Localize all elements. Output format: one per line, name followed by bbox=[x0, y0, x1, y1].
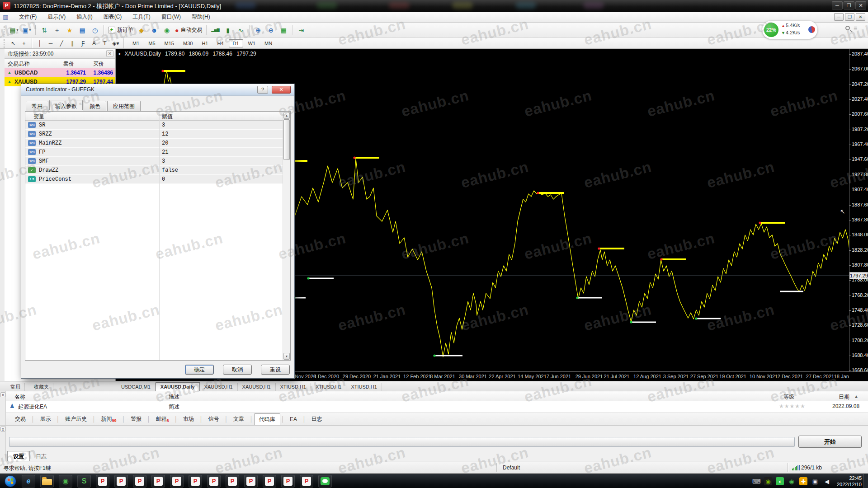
col-ask[interactable]: 买价 bbox=[93, 60, 104, 68]
market-watch-close-icon[interactable]: ✕ bbox=[106, 50, 113, 57]
cancel-button[interactable]: 取消 bbox=[223, 365, 252, 375]
tester-close-icon[interactable]: x bbox=[0, 427, 5, 432]
search-icon[interactable] bbox=[845, 26, 850, 30]
timeframe-m5[interactable]: M5 bbox=[144, 39, 159, 47]
timeframe-h1[interactable]: H1 bbox=[198, 39, 212, 47]
param-value[interactable]: 3 bbox=[162, 122, 165, 128]
list-icon[interactable]: ≡ bbox=[854, 24, 857, 32]
start-button[interactable]: 开始 bbox=[798, 436, 862, 448]
panel-tab-1[interactable]: 收藏夹 bbox=[30, 383, 53, 391]
bar-chart-button[interactable]: ▂▅▇ bbox=[209, 24, 221, 36]
dialog-title[interactable]: Custom Indicator - GUEFGK bbox=[21, 84, 294, 96]
timeframe-h4[interactable]: H4 bbox=[213, 39, 227, 47]
zoom-in-button[interactable]: ⊕ bbox=[252, 24, 264, 36]
menu-item-6[interactable]: 帮助(H) bbox=[186, 12, 216, 22]
chevron-down-icon[interactable]: ▾ bbox=[117, 40, 119, 47]
close-button[interactable]: ✕ bbox=[855, 1, 866, 9]
menu-item-0[interactable]: 文件(F) bbox=[14, 12, 42, 22]
safe-360-tray-icon[interactable]: ✚ bbox=[799, 477, 807, 485]
scroll-thumb[interactable] bbox=[283, 119, 290, 160]
chart-tab-0[interactable]: USDCAD,M1 bbox=[117, 383, 156, 392]
timeframe-m30[interactable]: M30 bbox=[179, 39, 197, 47]
mt-terminal-icon[interactable]: P bbox=[189, 475, 202, 488]
browser-360-tray-icon[interactable]: ◉ bbox=[788, 477, 796, 485]
mt-terminal-icon[interactable]: P bbox=[151, 475, 165, 488]
chart-shift-button[interactable]: ⇥ bbox=[295, 24, 307, 36]
dialog-tab-2[interactable]: 颜色 bbox=[84, 101, 106, 111]
chart-tab-3[interactable]: XAUUSD,H1 bbox=[238, 383, 276, 392]
toolbox-tab-代码库[interactable]: 代码库 bbox=[254, 413, 280, 426]
keyboard-tray-icon[interactable]: ⌨ bbox=[752, 477, 760, 485]
parameter-row-MainRZZ[interactable]: 123MainRZZ20 bbox=[25, 139, 290, 148]
vertical-line-tool[interactable]: │ bbox=[35, 39, 45, 48]
toolbox-tab-交易[interactable]: 交易 bbox=[10, 413, 30, 425]
param-value[interactable]: false bbox=[162, 167, 178, 174]
toolbox-tab-文章[interactable]: 文章 bbox=[229, 413, 249, 425]
coil-app-icon[interactable]: S bbox=[77, 475, 91, 488]
crosshair-tool[interactable]: + bbox=[19, 39, 29, 48]
price-axis[interactable]: 2087.402067.002047.202027.402007.601987.… bbox=[849, 49, 868, 371]
data-window-toggle[interactable]: ▤ bbox=[76, 24, 88, 36]
dialog-tab-1[interactable]: 输入参数 bbox=[49, 100, 83, 110]
status-profile[interactable]: Default bbox=[503, 465, 520, 471]
parameter-row-FP[interactable]: 123FP21 bbox=[25, 148, 290, 157]
mt-terminal-icon[interactable]: P bbox=[226, 475, 239, 488]
mt-terminal-icon[interactable]: P bbox=[281, 475, 295, 488]
timeframe-d1[interactable]: D1 bbox=[229, 39, 243, 47]
toolbox-tab-账户历史[interactable]: 账户历史 bbox=[61, 413, 91, 425]
menu-item-1[interactable]: 显示(V) bbox=[42, 12, 71, 22]
mt-terminal-icon[interactable]: P bbox=[244, 475, 258, 488]
child-close-button[interactable]: ✕ bbox=[856, 13, 865, 21]
expert-advisors-button[interactable]: ☻ bbox=[148, 24, 160, 36]
autotrading-button[interactable]: ●自动交易 bbox=[174, 24, 203, 36]
browser-360-icon[interactable]: ◉ bbox=[59, 475, 72, 488]
menu-item-5[interactable]: 窗口(W) bbox=[156, 12, 186, 22]
line-chart-button[interactable]: ∿ bbox=[235, 24, 246, 36]
toolbox-tab-信号[interactable]: 信号 bbox=[204, 413, 224, 425]
dialog-close-button[interactable]: ✕ bbox=[272, 86, 291, 94]
start-button-orb[interactable] bbox=[5, 475, 16, 487]
parameter-row-SR[interactable]: 123SR3 bbox=[25, 121, 290, 130]
mt-terminal-icon[interactable]: P bbox=[300, 475, 313, 488]
navigator-toggle[interactable]: + bbox=[51, 24, 63, 36]
tile-windows-button[interactable]: ▦ bbox=[278, 24, 289, 36]
col-desc[interactable]: 描述 bbox=[169, 393, 179, 401]
param-value[interactable]: 3 bbox=[162, 158, 165, 164]
favorites-button[interactable]: ★ bbox=[64, 24, 75, 36]
mt-terminal-icon[interactable]: P bbox=[263, 475, 276, 488]
toolbox-tab-日志[interactable]: 日志 bbox=[307, 413, 327, 425]
chart-tab-6[interactable]: XTIUSD,H1 bbox=[346, 383, 382, 392]
parameter-row-SRZZ[interactable]: 123SRZZ12 bbox=[25, 130, 290, 139]
history-center-button[interactable]: ◴ bbox=[89, 24, 101, 36]
mt-terminal-icon[interactable]: P bbox=[114, 475, 128, 488]
scroll-up-icon[interactable]: ▲ bbox=[283, 112, 290, 119]
mt-terminal-icon[interactable]: P bbox=[96, 475, 109, 488]
child-restore-button[interactable]: ❐ bbox=[845, 13, 854, 21]
reset-button[interactable]: 重设 bbox=[261, 365, 290, 375]
tester-grip[interactable]: x bbox=[0, 426, 6, 461]
scroll-down-icon[interactable]: ▼ bbox=[283, 353, 290, 360]
toolbox-tab-邮箱[interactable]: 邮箱6 bbox=[151, 413, 174, 425]
menu-item-2[interactable]: 插入(I) bbox=[71, 12, 98, 22]
folder-icon[interactable] bbox=[40, 475, 54, 488]
toolbox-grip[interactable]: x bbox=[0, 391, 6, 425]
toolbox-tab-市场[interactable]: 市场 bbox=[179, 413, 198, 425]
chevron-down-icon[interactable]: ▾ bbox=[29, 28, 31, 32]
mt-terminal-icon[interactable]: P bbox=[170, 475, 184, 488]
param-value[interactable]: 20 bbox=[162, 140, 168, 146]
candlestick-button[interactable]: ▮ bbox=[222, 24, 234, 36]
panel-tab-0[interactable]: 常用 bbox=[6, 383, 25, 391]
ok-button[interactable]: 确定 bbox=[185, 365, 214, 375]
parameter-row-SMF[interactable]: 123SMF3 bbox=[25, 157, 290, 166]
label-tool[interactable]: T bbox=[100, 39, 110, 48]
dialog-help-button[interactable]: ? bbox=[257, 86, 268, 94]
text-tool[interactable]: A bbox=[89, 39, 99, 48]
zoom-out-button[interactable]: ⊖ bbox=[265, 24, 277, 36]
wechat-icon[interactable] bbox=[318, 475, 332, 488]
col-name[interactable]: 名称 bbox=[14, 393, 25, 401]
net-monitor-overlay[interactable]: 22% ▲ 5.4K/s ▼ 4.2K/s bbox=[762, 21, 817, 39]
chevron-down-icon[interactable]: ▾ bbox=[17, 28, 19, 32]
ie-icon[interactable]: e bbox=[22, 475, 35, 488]
panel-grip[interactable] bbox=[0, 49, 5, 381]
objects-button[interactable]: ◆ bbox=[136, 24, 147, 36]
